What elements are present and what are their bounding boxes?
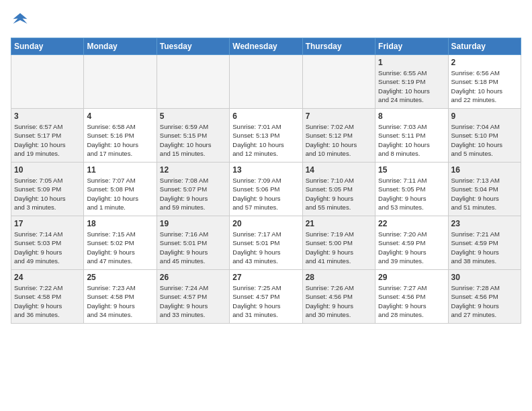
day-info: Sunrise: 6:58 AM Sunset: 5:16 PM Dayligh… <box>87 122 153 158</box>
day-number: 9 <box>451 111 518 121</box>
day-number: 17 <box>14 219 81 228</box>
day-info: Sunrise: 7:15 AM Sunset: 5:02 PM Dayligh… <box>87 230 153 265</box>
calendar-cell: 13Sunrise: 7:09 AM Sunset: 5:06 PM Dayli… <box>230 163 302 216</box>
calendar-cell: 29Sunrise: 7:27 AM Sunset: 4:56 PM Dayli… <box>375 270 448 324</box>
day-number: 2 <box>451 58 518 67</box>
day-info: Sunrise: 7:14 AM Sunset: 5:03 PM Dayligh… <box>14 230 81 265</box>
day-info: Sunrise: 7:09 AM Sunset: 5:06 PM Dayligh… <box>232 176 299 212</box>
day-number: 6 <box>232 111 299 121</box>
calendar-cell: 30Sunrise: 7:28 AM Sunset: 4:56 PM Dayli… <box>448 270 521 324</box>
weekday-header: Tuesday <box>157 38 229 55</box>
calendar-cell: 21Sunrise: 7:19 AM Sunset: 5:00 PM Dayli… <box>302 216 375 270</box>
day-number: 28 <box>306 273 372 282</box>
day-number: 4 <box>87 111 153 121</box>
calendar-cell: 2Sunrise: 6:56 AM Sunset: 5:18 PM Daylig… <box>448 55 521 109</box>
day-number: 5 <box>160 111 226 121</box>
svg-marker-0 <box>13 13 28 24</box>
day-number: 23 <box>451 219 518 228</box>
calendar-cell: 24Sunrise: 7:22 AM Sunset: 4:58 PM Dayli… <box>11 270 84 324</box>
day-number: 18 <box>87 219 153 228</box>
calendar-cell: 23Sunrise: 7:21 AM Sunset: 4:59 PM Dayli… <box>448 216 521 270</box>
day-info: Sunrise: 7:17 AM Sunset: 5:01 PM Dayligh… <box>232 230 299 265</box>
calendar-cell: 12Sunrise: 7:08 AM Sunset: 5:07 PM Dayli… <box>157 163 229 216</box>
day-info: Sunrise: 7:13 AM Sunset: 5:04 PM Dayligh… <box>451 176 518 212</box>
calendar-cell: 28Sunrise: 7:26 AM Sunset: 4:56 PM Dayli… <box>302 270 375 324</box>
day-info: Sunrise: 6:59 AM Sunset: 5:15 PM Dayligh… <box>160 122 226 158</box>
logo-icon <box>11 11 30 30</box>
calendar-cell: 17Sunrise: 7:14 AM Sunset: 5:03 PM Dayli… <box>11 216 84 270</box>
day-number: 29 <box>378 273 445 282</box>
calendar-cell: 6Sunrise: 7:01 AM Sunset: 5:13 PM Daylig… <box>230 109 302 163</box>
weekday-header: Monday <box>84 38 157 55</box>
week-row: 1Sunrise: 6:55 AM Sunset: 5:19 PM Daylig… <box>11 55 521 109</box>
day-info: Sunrise: 7:16 AM Sunset: 5:01 PM Dayligh… <box>160 230 226 265</box>
day-info: Sunrise: 7:02 AM Sunset: 5:12 PM Dayligh… <box>306 122 372 158</box>
day-info: Sunrise: 6:56 AM Sunset: 5:18 PM Dayligh… <box>451 68 518 104</box>
calendar-cell: 11Sunrise: 7:07 AM Sunset: 5:08 PM Dayli… <box>84 163 157 216</box>
calendar-cell: 16Sunrise: 7:13 AM Sunset: 5:04 PM Dayli… <box>448 163 521 216</box>
calendar-cell: 26Sunrise: 7:24 AM Sunset: 4:57 PM Dayli… <box>157 270 229 324</box>
day-info: Sunrise: 7:21 AM Sunset: 4:59 PM Dayligh… <box>451 230 518 265</box>
calendar-cell <box>11 55 84 109</box>
day-info: Sunrise: 7:04 AM Sunset: 5:10 PM Dayligh… <box>451 122 518 158</box>
calendar-cell: 5Sunrise: 6:59 AM Sunset: 5:15 PM Daylig… <box>157 109 229 163</box>
day-number: 10 <box>14 165 81 175</box>
day-number: 22 <box>378 219 445 228</box>
week-row: 3Sunrise: 6:57 AM Sunset: 5:17 PM Daylig… <box>11 109 521 163</box>
calendar-cell <box>230 55 302 109</box>
week-row: 24Sunrise: 7:22 AM Sunset: 4:58 PM Dayli… <box>11 270 521 324</box>
day-info: Sunrise: 7:11 AM Sunset: 5:05 PM Dayligh… <box>378 176 445 212</box>
calendar-cell <box>302 55 375 109</box>
weekday-header: Thursday <box>302 38 375 55</box>
weekday-header: Sunday <box>11 38 84 55</box>
logo <box>11 11 32 30</box>
day-number: 25 <box>87 273 153 282</box>
day-number: 16 <box>451 165 518 175</box>
calendar-cell: 19Sunrise: 7:16 AM Sunset: 5:01 PM Dayli… <box>157 216 229 270</box>
day-number: 24 <box>14 273 81 282</box>
calendar-cell: 18Sunrise: 7:15 AM Sunset: 5:02 PM Dayli… <box>84 216 157 270</box>
day-info: Sunrise: 7:08 AM Sunset: 5:07 PM Dayligh… <box>160 176 226 212</box>
day-number: 13 <box>232 165 299 175</box>
day-info: Sunrise: 6:55 AM Sunset: 5:19 PM Dayligh… <box>378 68 445 104</box>
day-info: Sunrise: 6:57 AM Sunset: 5:17 PM Dayligh… <box>14 122 81 158</box>
weekday-header: Friday <box>375 38 448 55</box>
day-number: 30 <box>451 273 518 282</box>
day-info: Sunrise: 7:27 AM Sunset: 4:56 PM Dayligh… <box>378 283 445 319</box>
day-number: 7 <box>306 111 372 121</box>
weekday-header: Saturday <box>448 38 521 55</box>
calendar-cell: 4Sunrise: 6:58 AM Sunset: 5:16 PM Daylig… <box>84 109 157 163</box>
day-info: Sunrise: 7:05 AM Sunset: 5:09 PM Dayligh… <box>14 176 81 212</box>
calendar-cell <box>84 55 157 109</box>
calendar-cell: 8Sunrise: 7:03 AM Sunset: 5:11 PM Daylig… <box>375 109 448 163</box>
calendar-cell <box>157 55 229 109</box>
day-info: Sunrise: 7:28 AM Sunset: 4:56 PM Dayligh… <box>451 283 518 319</box>
calendar-cell: 27Sunrise: 7:25 AM Sunset: 4:57 PM Dayli… <box>230 270 302 324</box>
day-number: 12 <box>160 165 226 175</box>
day-info: Sunrise: 7:24 AM Sunset: 4:57 PM Dayligh… <box>160 283 226 319</box>
page-header <box>11 11 521 30</box>
day-number: 1 <box>378 58 445 67</box>
day-number: 19 <box>160 219 226 228</box>
calendar-cell: 22Sunrise: 7:20 AM Sunset: 4:59 PM Dayli… <box>375 216 448 270</box>
calendar-cell: 9Sunrise: 7:04 AM Sunset: 5:10 PM Daylig… <box>448 109 521 163</box>
day-info: Sunrise: 7:22 AM Sunset: 4:58 PM Dayligh… <box>14 283 81 319</box>
calendar-cell: 15Sunrise: 7:11 AM Sunset: 5:05 PM Dayli… <box>375 163 448 216</box>
calendar-cell: 7Sunrise: 7:02 AM Sunset: 5:12 PM Daylig… <box>302 109 375 163</box>
calendar-table: SundayMondayTuesdayWednesdayThursdayFrid… <box>11 38 521 324</box>
day-number: 26 <box>160 273 226 282</box>
calendar-cell: 25Sunrise: 7:23 AM Sunset: 4:58 PM Dayli… <box>84 270 157 324</box>
day-number: 11 <box>87 165 153 175</box>
day-info: Sunrise: 7:10 AM Sunset: 5:05 PM Dayligh… <box>306 176 372 212</box>
week-row: 17Sunrise: 7:14 AM Sunset: 5:03 PM Dayli… <box>11 216 521 270</box>
day-number: 15 <box>378 165 445 175</box>
calendar-cell: 1Sunrise: 6:55 AM Sunset: 5:19 PM Daylig… <box>375 55 448 109</box>
day-number: 27 <box>232 273 299 282</box>
day-info: Sunrise: 7:20 AM Sunset: 4:59 PM Dayligh… <box>378 230 445 265</box>
calendar-cell: 14Sunrise: 7:10 AM Sunset: 5:05 PM Dayli… <box>302 163 375 216</box>
day-number: 8 <box>378 111 445 121</box>
day-info: Sunrise: 7:03 AM Sunset: 5:11 PM Dayligh… <box>378 122 445 158</box>
day-info: Sunrise: 7:01 AM Sunset: 5:13 PM Dayligh… <box>232 122 299 158</box>
day-info: Sunrise: 7:26 AM Sunset: 4:56 PM Dayligh… <box>306 283 372 319</box>
calendar-cell: 3Sunrise: 6:57 AM Sunset: 5:17 PM Daylig… <box>11 109 84 163</box>
